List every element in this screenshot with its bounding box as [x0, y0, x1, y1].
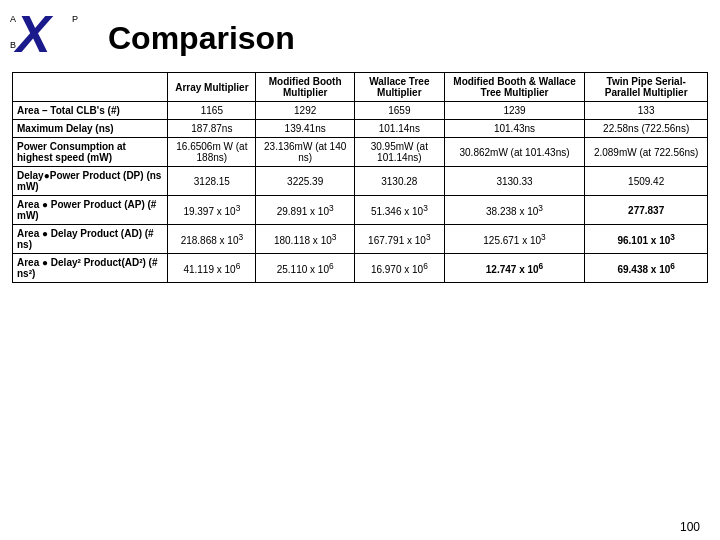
- cell-r0-modified_booth_wallace: 1239: [444, 102, 585, 120]
- cell-r1-twin_pipe: 22.58ns (722.56ns): [585, 120, 708, 138]
- cell-r5-modified_booth: 180.118 x 103: [256, 225, 355, 254]
- table-row: Power Consumption at highest speed (mW)1…: [13, 138, 708, 167]
- cell-r1-label: Maximum Delay (ns): [13, 120, 168, 138]
- cell-r6-wallace_tree: 16.970 x 106: [354, 254, 444, 283]
- cell-r6-modified_booth_wallace: 12.747 x 106: [444, 254, 585, 283]
- cell-r1-wallace_tree: 101.14ns: [354, 120, 444, 138]
- table-row: Maximum Delay (ns)187.87ns139.41ns101.14…: [13, 120, 708, 138]
- cell-r2-array: 16.6506m W (at 188ns): [168, 138, 256, 167]
- logo-a: A: [10, 14, 16, 24]
- col-header-wallace-tree: Wallace Tree Multiplier: [354, 73, 444, 102]
- table-row: Area ● Delay Product (AD) (# ns)218.868 …: [13, 225, 708, 254]
- cell-r3-twin_pipe: 1509.42: [585, 167, 708, 196]
- cell-r2-twin_pipe: 2.089mW (at 722.56ns): [585, 138, 708, 167]
- cell-r0-array: 1165: [168, 102, 256, 120]
- cell-r0-wallace_tree: 1659: [354, 102, 444, 120]
- page-number: 100: [680, 520, 700, 534]
- col-header-label: [13, 73, 168, 102]
- logo-x: X: [16, 8, 51, 60]
- page-title: Comparison: [108, 20, 295, 57]
- table-row: Area ● Power Product (AP) (# mW)19.397 x…: [13, 196, 708, 225]
- cell-r4-array: 19.397 x 103: [168, 196, 256, 225]
- cell-r4-wallace_tree: 51.346 x 103: [354, 196, 444, 225]
- col-header-twin-pipe: Twin Pipe Serial-Parallel Multiplier: [585, 73, 708, 102]
- cell-r5-modified_booth_wallace: 125.671 x 103: [444, 225, 585, 254]
- col-header-modified-booth: Modified Booth Multiplier: [256, 73, 355, 102]
- cell-r4-modified_booth: 29.891 x 103: [256, 196, 355, 225]
- cell-r3-modified_booth_wallace: 3130.33: [444, 167, 585, 196]
- col-header-modified-booth-wallace: Modified Booth & Wallace Tree Multiplier: [444, 73, 585, 102]
- cell-r6-modified_booth: 25.110 x 106: [256, 254, 355, 283]
- cell-r3-label: Delay●Power Product (DP) (ns mW): [13, 167, 168, 196]
- table-row: Area ● Delay² Product(AD²) (# ns²)41.119…: [13, 254, 708, 283]
- logo-b: B: [10, 40, 16, 50]
- table-row: Area – Total CLB's (#)116512921659123913…: [13, 102, 708, 120]
- comparison-table-container: Array Multiplier Modified Booth Multipli…: [0, 72, 720, 283]
- cell-r0-modified_booth: 1292: [256, 102, 355, 120]
- cell-r4-modified_booth_wallace: 38.238 x 103: [444, 196, 585, 225]
- cell-r2-label: Power Consumption at highest speed (mW): [13, 138, 168, 167]
- cell-r1-modified_booth_wallace: 101.43ns: [444, 120, 585, 138]
- cell-r6-array: 41.119 x 106: [168, 254, 256, 283]
- cell-r6-label: Area ● Delay² Product(AD²) (# ns²): [13, 254, 168, 283]
- cell-r5-wallace_tree: 167.791 x 103: [354, 225, 444, 254]
- cell-r5-array: 218.868 x 103: [168, 225, 256, 254]
- logo-p: P: [72, 14, 78, 24]
- cell-r2-modified_booth_wallace: 30.862mW (at 101.43ns): [444, 138, 585, 167]
- col-header-array: Array Multiplier: [168, 73, 256, 102]
- cell-r6-twin_pipe: 69.438 x 106: [585, 254, 708, 283]
- cell-r2-wallace_tree: 30.95mW (at 101.14ns): [354, 138, 444, 167]
- comparison-table: Array Multiplier Modified Booth Multipli…: [12, 72, 708, 283]
- cell-r1-modified_booth: 139.41ns: [256, 120, 355, 138]
- cell-r3-wallace_tree: 3130.28: [354, 167, 444, 196]
- logo: X A B P: [8, 8, 88, 68]
- cell-r2-modified_booth: 23.136mW (at 140 ns): [256, 138, 355, 167]
- table-row: Delay●Power Product (DP) (ns mW)3128.153…: [13, 167, 708, 196]
- cell-r3-array: 3128.15: [168, 167, 256, 196]
- cell-r0-twin_pipe: 133: [585, 102, 708, 120]
- cell-r1-array: 187.87ns: [168, 120, 256, 138]
- cell-r0-label: Area – Total CLB's (#): [13, 102, 168, 120]
- cell-r3-modified_booth: 3225.39: [256, 167, 355, 196]
- cell-r5-label: Area ● Delay Product (AD) (# ns): [13, 225, 168, 254]
- cell-r5-twin_pipe: 96.101 x 103: [585, 225, 708, 254]
- cell-r4-twin_pipe: 277.837: [585, 196, 708, 225]
- cell-r4-label: Area ● Power Product (AP) (# mW): [13, 196, 168, 225]
